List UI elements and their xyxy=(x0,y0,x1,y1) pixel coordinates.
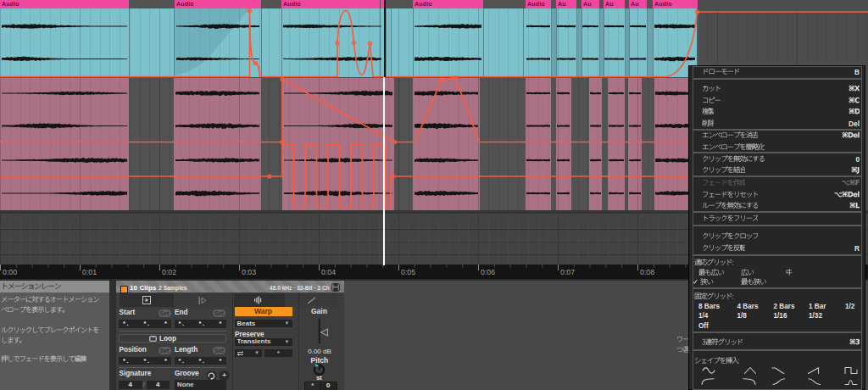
svg-text:0:02: 0:02 xyxy=(162,268,176,276)
svg-text:0:06: 0:06 xyxy=(481,268,495,276)
svg-text:0:07: 0:07 xyxy=(560,268,575,276)
svg-text:0:08: 0:08 xyxy=(640,268,654,276)
svg-text:0:03: 0:03 xyxy=(242,268,256,276)
svg-text:0:05: 0:05 xyxy=(401,268,415,276)
svg-text:0:01: 0:01 xyxy=(82,268,97,276)
svg-text:0:00: 0:00 xyxy=(3,268,17,276)
svg-text:0:04: 0:04 xyxy=(321,268,336,276)
